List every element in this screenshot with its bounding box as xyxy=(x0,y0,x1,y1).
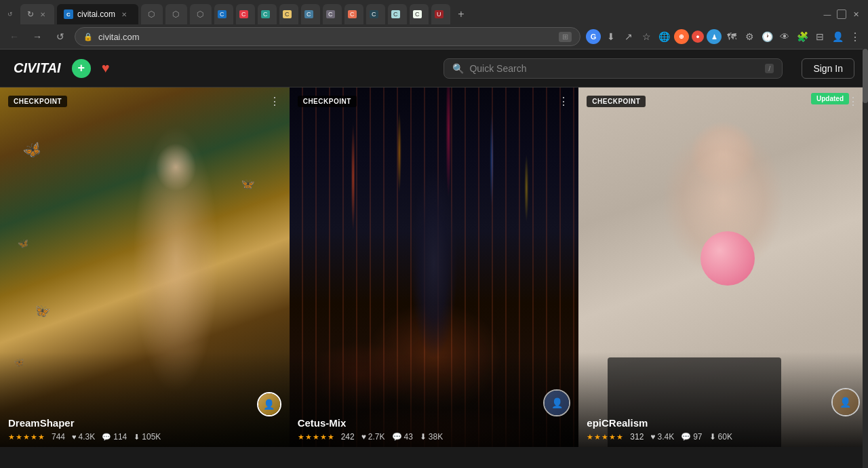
refresh-button[interactable]: ↺ xyxy=(52,28,69,45)
ext-puzzle-icon[interactable]: 🧩 xyxy=(795,29,810,44)
ext-red-dot[interactable]: ● xyxy=(692,31,704,43)
lock-icon: 🔒 xyxy=(83,33,93,41)
tab-bar: ↺ ↻ ✕ C civitai.com ✕ ⬡ ⬡ ⬡ C C C xyxy=(0,0,868,24)
search-input[interactable]: Quick Search xyxy=(469,63,760,74)
card-3-comments: 💬 97 xyxy=(681,432,702,442)
tab-c8[interactable]: C xyxy=(366,4,385,24)
tab-loading[interactable]: ↻ ✕ xyxy=(20,4,54,24)
card-3-rating-count: 312 xyxy=(630,432,644,442)
tab-c7[interactable]: C xyxy=(344,4,363,24)
tab-c1[interactable]: C xyxy=(214,4,233,24)
favorites-button[interactable]: ♥ xyxy=(102,60,110,76)
ext-settings-icon[interactable]: ⚙ xyxy=(742,29,757,44)
sign-in-button[interactable]: Sign In xyxy=(802,58,854,79)
tab-c5[interactable]: C xyxy=(301,4,320,24)
comment-icon-3: 💬 xyxy=(681,432,691,442)
tab-c3[interactable]: C xyxy=(258,4,277,24)
tab-gh3[interactable]: ⬡ xyxy=(190,4,212,24)
ext-menu-icon[interactable]: ⋮ xyxy=(848,29,863,44)
card2-star-5: ★ xyxy=(328,433,334,442)
ext-eye-icon[interactable]: 👁 xyxy=(777,29,792,44)
ext-civitai-orange[interactable]: ⊕ xyxy=(674,29,689,44)
star-1: ★ xyxy=(8,433,15,442)
c10-favicon: C xyxy=(413,10,422,18)
gh3-favicon: ⬡ xyxy=(197,9,203,19)
card-2-footer: Cetus-Mix ★ ★ ★ ★ ★ 242 ♥ 2.7K xyxy=(290,412,579,447)
tab-c9[interactable]: C xyxy=(388,4,407,24)
tab-civitai[interactable]: C civitai.com ✕ xyxy=(57,4,138,24)
ext-puzzle-blue[interactable]: ♟ xyxy=(707,29,722,44)
card-1-badge: CHECKPOINT xyxy=(8,96,67,107)
tab-gh1[interactable]: ⬡ xyxy=(141,4,163,24)
ext-sidebar-icon[interactable]: ⊟ xyxy=(812,29,827,44)
card2-star-4: ★ xyxy=(320,433,327,442)
tab-c2[interactable]: C xyxy=(236,4,255,24)
card-1-menu[interactable]: ⋮ xyxy=(267,93,283,109)
c5-favicon: C xyxy=(304,10,313,18)
circle-icon-1: ↺ xyxy=(5,9,15,19)
new-tab-button[interactable]: + xyxy=(453,6,469,22)
card-grid: 🦋 🦋 🦋 🦋 🦋 CHECKPOINT ⋮ 👤 DreamShaper ★ xyxy=(0,87,868,468)
tab-c10[interactable]: C xyxy=(410,4,429,24)
c3-favicon: C xyxy=(261,10,270,18)
c9-favicon: C xyxy=(391,10,400,18)
url-bar[interactable]: 🔒 civitai.com ⊞ xyxy=(75,27,580,46)
card-3-download-count: 60K xyxy=(718,432,732,442)
c4-favicon: C xyxy=(283,10,292,18)
card-1-rating-count: 744 xyxy=(52,432,65,442)
site-logo[interactable]: CIVITAI xyxy=(14,60,61,76)
like-icon-1: ♥ xyxy=(72,433,77,441)
tab-c6[interactable]: C xyxy=(323,4,342,24)
card-epicrealism[interactable]: Updated CHECKPOINT ⋮ 👤 epiCRealism ★ ★ ★… xyxy=(578,87,868,447)
ext-map-icon[interactable]: 🗺 xyxy=(724,29,739,44)
card-2-stars: ★ ★ ★ ★ ★ xyxy=(298,433,334,442)
browser-chrome: ↺ ↻ ✕ C civitai.com ✕ ⬡ ⬡ ⬡ C C C xyxy=(0,0,868,50)
card-3-updated-badge: Updated xyxy=(811,93,849,104)
card-3-menu[interactable]: ⋮ xyxy=(845,93,861,109)
civitai-tab-label: civitai.com xyxy=(77,9,115,19)
refresh-icon: ↺ xyxy=(56,31,64,42)
card-3-badge: CHECKPOINT xyxy=(587,96,646,107)
page-scrollbar[interactable] xyxy=(863,49,868,468)
tab-u[interactable]: U xyxy=(431,4,450,24)
address-bar: ← → ↺ 🔒 civitai.com ⊞ G ⬇ ↗ ☆ 🌐 ⊕ ● ♟ 🗺 … xyxy=(0,24,868,49)
tab-gh2[interactable]: ⬡ xyxy=(165,4,187,24)
ext-star-icon[interactable]: ☆ xyxy=(639,29,654,44)
card-cetus-mix[interactable]: CHECKPOINT ⋮ 👤 Cetus-Mix ★ ★ ★ ★ ★ 242 xyxy=(290,87,579,447)
ext-history-icon[interactable]: 🕐 xyxy=(760,29,774,44)
search-shortcut: / xyxy=(765,64,774,73)
search-bar[interactable]: 🔍 Quick Search / xyxy=(443,58,783,79)
star-2: ★ xyxy=(16,433,22,442)
tab-close-civitai[interactable]: ✕ xyxy=(119,9,129,19)
card-1-stats: ★ ★ ★ ★ ★ 744 ♥ 4.3K 💬 11 xyxy=(8,432,281,442)
tab-close-loading[interactable]: ✕ xyxy=(38,9,47,19)
ext-download-icon[interactable]: ⬇ xyxy=(604,29,618,44)
card3-star-1: ★ xyxy=(587,433,593,442)
ext-user-icon[interactable]: 👤 xyxy=(830,29,845,44)
browser-maximize[interactable] xyxy=(837,9,846,19)
butterfly-icon-3: 🦋 xyxy=(16,237,28,250)
back-button[interactable]: ← xyxy=(5,28,23,45)
card-2-badge: CHECKPOINT xyxy=(298,96,357,107)
tab-nav-icons: ↺ xyxy=(5,9,15,19)
butterfly-icon-1: 🦋 xyxy=(20,139,43,162)
card-2-menu[interactable]: ⋮ xyxy=(555,93,572,109)
browser-close[interactable]: ✕ xyxy=(849,7,863,21)
forward-button[interactable]: → xyxy=(28,28,46,45)
browser-minimize[interactable]: — xyxy=(821,7,834,21)
card-dreamshaper[interactable]: 🦋 🦋 🦋 🦋 🦋 CHECKPOINT ⋮ 👤 DreamShaper ★ xyxy=(0,87,290,447)
loading-favicon: ↻ xyxy=(27,9,34,19)
ext-g-icon[interactable]: G xyxy=(586,29,601,44)
card-1-comments: 💬 114 xyxy=(102,432,127,442)
star-3: ★ xyxy=(23,433,30,442)
scrollbar-thumb[interactable] xyxy=(863,49,868,103)
url-text: civitai.com xyxy=(98,32,553,42)
ext-globe-icon[interactable]: 🌐 xyxy=(656,29,671,44)
card-2-rating-count: 242 xyxy=(341,432,355,442)
ext-share-icon[interactable]: ↗ xyxy=(621,29,636,44)
back-icon: ← xyxy=(9,31,19,42)
card-3-downloads: ⬇ 60K xyxy=(709,432,732,442)
tab-c4[interactable]: C xyxy=(279,4,298,24)
add-content-button[interactable]: + xyxy=(72,59,91,78)
gh2-favicon: ⬡ xyxy=(172,9,179,19)
